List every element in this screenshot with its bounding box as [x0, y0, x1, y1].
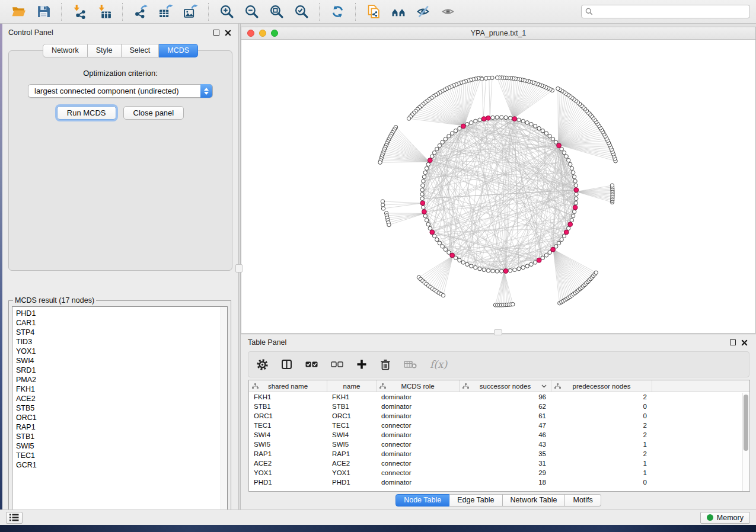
- network-node[interactable]: [432, 234, 436, 238]
- list-item[interactable]: PHD1: [12, 307, 227, 318]
- network-node[interactable]: [461, 261, 465, 264]
- network-node[interactable]: [458, 127, 461, 130]
- optimization-criterion-select[interactable]: largest connected component (undirected): [28, 84, 213, 98]
- network-node[interactable]: [544, 254, 548, 257]
- network-node[interactable]: [482, 268, 486, 271]
- network-node[interactable]: [474, 119, 477, 123]
- network-node[interactable]: [544, 132, 548, 135]
- mcds-hub-node[interactable]: [450, 253, 455, 258]
- tab-node-table[interactable]: Node Table: [395, 494, 449, 507]
- column-header-shared-name[interactable]: shared name: [249, 380, 327, 392]
- network-node[interactable]: [381, 207, 385, 210]
- list-item[interactable]: STP4: [12, 328, 227, 337]
- list-item[interactable]: SWI5: [12, 441, 227, 451]
- network-node[interactable]: [541, 129, 544, 133]
- split-columns-button[interactable]: [281, 357, 292, 371]
- mcds-result-list[interactable]: PHD1CAR1STP4TID3YOX1SWI4SRD1PMA2FKH1ACE2…: [12, 306, 228, 515]
- network-canvas[interactable]: [241, 40, 755, 333]
- minimize-window-button[interactable]: [259, 30, 266, 37]
- import-network-button[interactable]: [71, 4, 88, 20]
- network-node[interactable]: [534, 261, 537, 264]
- network-node[interactable]: [525, 121, 529, 124]
- table-row[interactable]: YOX1YOX1connector291: [249, 468, 749, 477]
- column-header-MCDS-role[interactable]: MCDS role: [377, 380, 460, 392]
- tab-mcds[interactable]: MCDS: [159, 44, 198, 57]
- column-header-predecessor-nodes[interactable]: predecessor nodes: [551, 380, 652, 392]
- network-node[interactable]: [508, 269, 512, 273]
- network-node[interactable]: [378, 161, 382, 164]
- column-header-name[interactable]: name: [327, 380, 377, 392]
- network-node[interactable]: [470, 121, 473, 124]
- tab-motifs[interactable]: Motifs: [565, 494, 601, 507]
- list-item[interactable]: RAP1: [12, 422, 227, 432]
- network-node[interactable]: [421, 184, 425, 187]
- network-node[interactable]: [570, 166, 573, 170]
- table-row[interactable]: SWI5SWI5connector431: [249, 440, 749, 449]
- network-node[interactable]: [478, 267, 481, 271]
- mcds-hub-node[interactable]: [461, 124, 465, 129]
- hide-graphics-button[interactable]: [415, 4, 432, 20]
- network-node[interactable]: [441, 245, 444, 248]
- network-node[interactable]: [574, 184, 578, 187]
- network-node[interactable]: [572, 210, 576, 213]
- export-table-button[interactable]: [157, 4, 174, 20]
- network-node[interactable]: [562, 234, 566, 238]
- network-node[interactable]: [517, 267, 521, 271]
- table-row[interactable]: TEC1TEC1connector472: [249, 421, 749, 430]
- mcds-hub-node[interactable]: [428, 158, 432, 163]
- mcds-hub-node[interactable]: [420, 201, 425, 206]
- network-node[interactable]: [381, 203, 385, 207]
- network-node[interactable]: [441, 140, 444, 144]
- network-node[interactable]: [387, 223, 391, 226]
- search-input[interactable]: [595, 8, 746, 16]
- clone-network-button[interactable]: [365, 4, 382, 20]
- network-node[interactable]: [508, 116, 512, 120]
- select-all-button[interactable]: [305, 357, 318, 371]
- network-node[interactable]: [422, 206, 425, 209]
- list-item[interactable]: STB5: [12, 403, 227, 413]
- open-session-button[interactable]: [10, 4, 27, 20]
- network-node[interactable]: [425, 166, 428, 170]
- list-item[interactable]: FKH1: [12, 384, 227, 394]
- list-item[interactable]: TEC1: [12, 451, 227, 460]
- network-node[interactable]: [486, 269, 490, 273]
- zoom-selected-button[interactable]: [293, 4, 310, 20]
- memory-button[interactable]: Memory: [700, 512, 750, 524]
- network-node[interactable]: [541, 256, 544, 259]
- network-node[interactable]: [556, 86, 560, 90]
- network-node[interactable]: [495, 116, 499, 119]
- network-node[interactable]: [529, 262, 533, 266]
- table-row[interactable]: PHD1PHD1dominator180: [249, 477, 749, 487]
- run-mcds-button[interactable]: Run MCDS: [57, 106, 116, 120]
- network-node[interactable]: [560, 238, 563, 241]
- import-table-button[interactable]: [96, 4, 113, 20]
- table-row[interactable]: FKH1FKH1dominator962: [249, 392, 749, 402]
- zoom-fit-button[interactable]: [268, 4, 285, 20]
- close-panel-button[interactable]: [225, 30, 231, 36]
- network-node[interactable]: [426, 222, 430, 226]
- mcds-hub-node[interactable]: [503, 269, 508, 274]
- float-panel-button[interactable]: [213, 30, 219, 36]
- export-network-button[interactable]: [132, 4, 149, 20]
- network-node[interactable]: [567, 158, 570, 162]
- list-item[interactable]: GCR1: [12, 460, 227, 470]
- mcds-hub-node[interactable]: [573, 205, 578, 210]
- network-node[interactable]: [480, 77, 484, 81]
- list-item[interactable]: TID3: [12, 337, 227, 347]
- network-node[interactable]: [572, 175, 576, 178]
- table-row[interactable]: ACE2ACE2connector311: [249, 459, 749, 468]
- network-node[interactable]: [423, 171, 427, 174]
- network-node[interactable]: [495, 76, 499, 79]
- refresh-layout-button[interactable]: [329, 4, 346, 20]
- network-node[interactable]: [529, 123, 533, 126]
- table-row[interactable]: ORC1ORC1dominator610: [249, 411, 749, 421]
- close-table-panel-button[interactable]: [741, 339, 748, 346]
- network-node[interactable]: [423, 214, 427, 217]
- tab-network[interactable]: Network: [43, 44, 88, 57]
- network-node[interactable]: [500, 116, 503, 119]
- network-node[interactable]: [458, 258, 461, 262]
- add-column-button[interactable]: [356, 357, 367, 371]
- table-scrollbar[interactable]: [742, 393, 749, 491]
- table-row[interactable]: RAP1RAP1dominator352: [249, 449, 749, 459]
- network-node[interactable]: [573, 180, 577, 183]
